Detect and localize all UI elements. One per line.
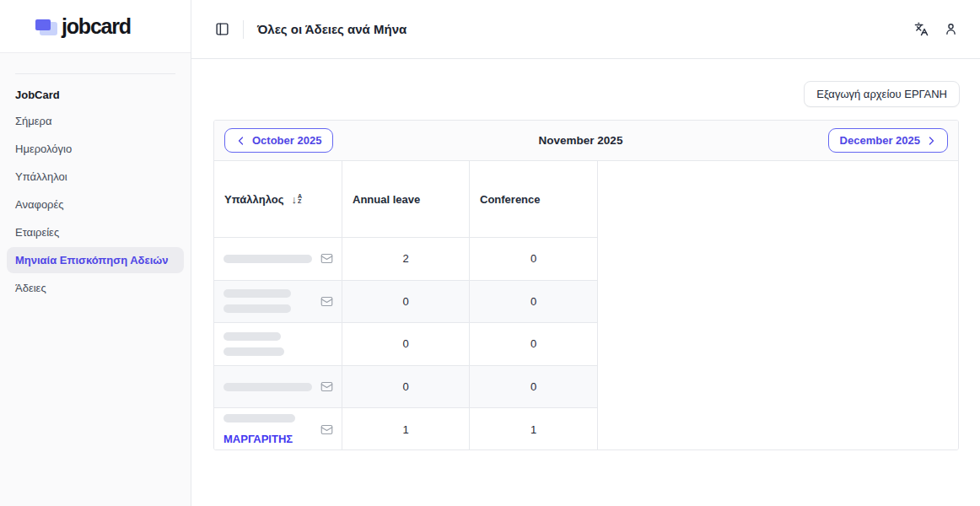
user-menu-button[interactable] bbox=[942, 20, 960, 38]
header-divider bbox=[243, 20, 244, 39]
employee-cell bbox=[214, 323, 342, 366]
sidebar-item[interactable]: Ημερολόγιο bbox=[7, 136, 184, 162]
next-month-button[interactable]: December 2025 bbox=[828, 128, 948, 153]
export-ergani-button[interactable]: Εξαγωγή αρχείου ΕΡΓΑΝΗ bbox=[804, 81, 960, 107]
table-body: 20000000ΜΑΡΓΑΡΙΤΗΣ11 bbox=[214, 238, 598, 450]
sidebar: jobcard JobCard ΣήμεραΗμερολόγιοΥπάλληλο… bbox=[0, 0, 191, 506]
sidebar-item[interactable]: Υπάλληλοι bbox=[7, 164, 184, 190]
annual-leave-column-label: Annual leave bbox=[353, 193, 420, 206]
email-button[interactable] bbox=[320, 380, 333, 393]
month-navigation: October 2025 November 2025 December 2025 bbox=[214, 121, 958, 161]
table-header-row: Υπάλληλος ↓AZ Annual leave Conference bbox=[214, 161, 598, 238]
chevron-right-icon bbox=[926, 136, 936, 146]
user-icon bbox=[944, 22, 958, 36]
employee-cell: ΜΑΡΓΑΡΙΤΗΣ bbox=[214, 408, 342, 450]
chevron-left-icon bbox=[236, 136, 246, 146]
conference-value: 0 bbox=[470, 238, 598, 281]
conference-value: 1 bbox=[470, 408, 598, 450]
redacted-name-placeholder bbox=[223, 383, 312, 391]
column-header-annual-leave[interactable]: Annual leave bbox=[342, 161, 470, 238]
annual-leave-value: 1 bbox=[342, 408, 470, 450]
mail-icon[interactable] bbox=[320, 252, 333, 265]
current-month-label: November 2025 bbox=[333, 134, 827, 147]
brand-name: jobcard bbox=[62, 14, 131, 39]
page-title: Όλες οι Άδειες ανά Μήνα bbox=[257, 22, 407, 36]
column-header-employee[interactable]: Υπάλληλος ↓AZ bbox=[214, 161, 342, 238]
export-row: Εξαγωγή αρχείου ΕΡΓΑΝΗ bbox=[213, 81, 960, 107]
sidebar-toggle-button[interactable] bbox=[213, 20, 231, 38]
brand-logo[interactable]: jobcard bbox=[0, 0, 191, 53]
sidebar-section-label: JobCard bbox=[0, 74, 191, 106]
employee-name-link[interactable]: ΜΑΡΓΑΡΙΤΗΣ bbox=[223, 433, 295, 445]
sidebar-item[interactable]: Εταιρείες bbox=[7, 219, 184, 245]
previous-month-label: October 2025 bbox=[252, 134, 321, 147]
redacted-name-placeholder bbox=[223, 347, 284, 356]
mail-icon[interactable] bbox=[320, 380, 333, 393]
language-switch-button[interactable] bbox=[913, 20, 930, 38]
redacted-name-placeholder bbox=[223, 414, 295, 423]
table-row: 00 bbox=[214, 281, 598, 324]
employee-cell bbox=[214, 366, 342, 409]
conference-value: 0 bbox=[470, 281, 598, 324]
table-row: 20 bbox=[214, 238, 598, 281]
redacted-name-placeholder bbox=[223, 255, 312, 263]
panel-left-icon bbox=[215, 22, 229, 36]
redacted-name-placeholder bbox=[223, 332, 281, 341]
conference-column-label: Conference bbox=[480, 193, 541, 206]
employee-cell bbox=[214, 238, 342, 281]
app-root: jobcard JobCard ΣήμεραΗμερολόγιοΥπάλληλο… bbox=[0, 0, 980, 506]
annual-leave-value: 0 bbox=[342, 323, 470, 366]
sidebar-item[interactable]: Σήμερα bbox=[7, 108, 184, 134]
leave-table-columns: Υπάλληλος ↓AZ Annual leave Conference 20… bbox=[214, 161, 598, 449]
mail-icon[interactable] bbox=[320, 423, 333, 436]
table-row: 00 bbox=[214, 366, 598, 409]
redacted-name-placeholder bbox=[223, 304, 291, 313]
sidebar-item[interactable]: Αναφορές bbox=[7, 191, 184, 218]
sidebar-nav: ΣήμεραΗμερολόγιοΥπάλληλοιΑναφορέςΕταιρεί… bbox=[0, 108, 191, 301]
leave-table: Υπάλληλος ↓AZ Annual leave Conference 20… bbox=[214, 161, 958, 449]
annual-leave-value: 0 bbox=[342, 366, 470, 409]
annual-leave-value: 0 bbox=[342, 281, 470, 324]
top-header: Όλες οι Άδειες ανά Μήνα bbox=[191, 0, 980, 59]
annual-leave-value: 2 bbox=[342, 238, 470, 281]
email-button[interactable] bbox=[320, 252, 333, 265]
jobcard-logo-icon bbox=[35, 16, 57, 36]
content-area: Εξαγωγή αρχείου ΕΡΓΑΝΗ October 2025 Nove… bbox=[191, 59, 980, 506]
conference-value: 0 bbox=[470, 323, 598, 366]
employee-cell bbox=[214, 281, 342, 324]
email-button[interactable] bbox=[320, 295, 333, 308]
monthly-leave-card: October 2025 November 2025 December 2025… bbox=[213, 120, 959, 450]
table-row: 00 bbox=[214, 323, 598, 366]
table-empty-region bbox=[598, 161, 958, 449]
sidebar-item[interactable]: Μηνιαία Επισκόπηση Αδειών bbox=[7, 247, 184, 273]
next-month-label: December 2025 bbox=[840, 134, 920, 147]
redacted-name-placeholder bbox=[223, 289, 291, 298]
sort-a-z-icon[interactable]: ↓AZ bbox=[291, 194, 302, 205]
previous-month-button[interactable]: October 2025 bbox=[224, 128, 333, 153]
mail-icon[interactable] bbox=[320, 295, 333, 308]
table-row: ΜΑΡΓΑΡΙΤΗΣ11 bbox=[214, 408, 598, 450]
conference-value: 0 bbox=[470, 366, 598, 409]
employee-column-label: Υπάλληλος bbox=[224, 193, 283, 206]
sidebar-item[interactable]: Άδειες bbox=[7, 275, 184, 301]
email-button[interactable] bbox=[320, 423, 333, 436]
main-area: Όλες οι Άδειες ανά Μήνα Εξαγωγή αρχείου … bbox=[191, 0, 980, 506]
language-icon bbox=[914, 22, 929, 36]
column-header-conference[interactable]: Conference bbox=[470, 161, 598, 238]
